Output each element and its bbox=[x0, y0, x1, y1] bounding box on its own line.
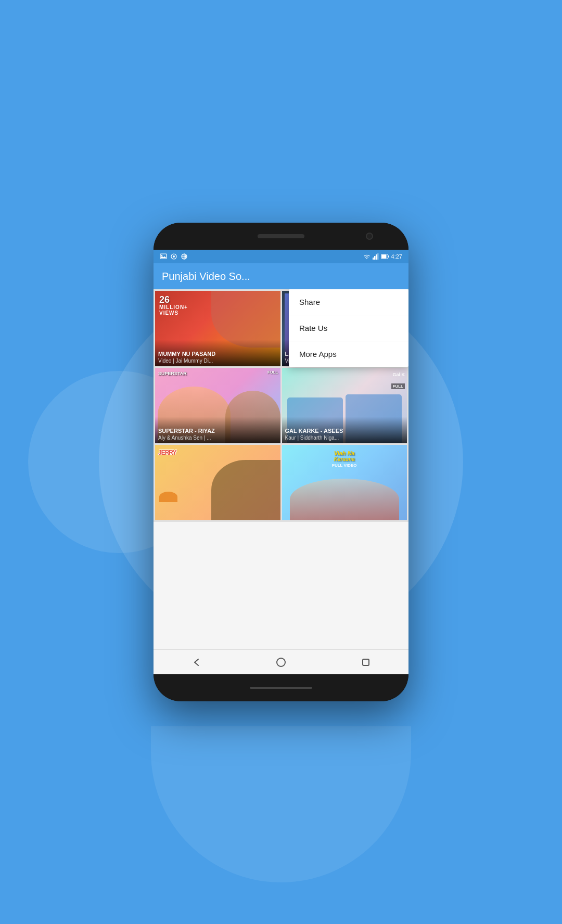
video-overlay-3: SUPERSTAR - Riyaz Aly & Anushka Sen | ..… bbox=[155, 417, 280, 443]
svg-rect-9 bbox=[374, 256, 376, 260]
svg-rect-13 bbox=[388, 255, 389, 258]
video-title-4: GAL KARKE - Asees bbox=[285, 427, 404, 434]
video-item-3[interactable]: SUPERSTAR FULL SUPERSTAR - Riyaz Aly & A… bbox=[155, 368, 280, 443]
video-overlay-4: GAL KARKE - Asees Kaur | Siddharth Niga.… bbox=[282, 417, 407, 443]
phone-top-bezel bbox=[154, 223, 408, 250]
image-icon bbox=[160, 253, 167, 260]
millions-badge: 26 bbox=[159, 295, 170, 304]
phone-camera bbox=[366, 233, 373, 240]
turban-5 bbox=[159, 492, 177, 502]
toolbar-title: Punjabi Video So... bbox=[162, 271, 250, 283]
persons-6 bbox=[290, 479, 400, 520]
circle-icon bbox=[170, 253, 177, 260]
status-icons-left bbox=[160, 253, 188, 260]
jerry-text: JERRY bbox=[158, 449, 176, 456]
home-icon bbox=[276, 657, 286, 668]
person-5 bbox=[211, 460, 280, 520]
video-item-1[interactable]: 26 MILLION+ VIEWS MUMMY NU PASAND Video … bbox=[155, 291, 280, 366]
nav-home-button[interactable] bbox=[271, 652, 291, 673]
back-icon bbox=[191, 657, 201, 668]
content-area: 26 MILLION+ VIEWS MUMMY NU PASAND Video … bbox=[154, 289, 408, 649]
superstar-label: SUPERSTAR bbox=[158, 371, 187, 376]
video-subtitle-3: Aly & Anushka Sen | ... bbox=[158, 434, 277, 441]
viah-text-container: Viah Na Karauna FULL VIDEO bbox=[286, 450, 403, 468]
video-title-3: SUPERSTAR - Riyaz bbox=[158, 427, 277, 434]
browser-icon bbox=[181, 253, 188, 260]
millions-sub: MILLION+ bbox=[159, 304, 188, 310]
signal-icon bbox=[373, 253, 379, 260]
video-item-5[interactable]: JERRY bbox=[155, 445, 280, 520]
svg-rect-14 bbox=[381, 255, 386, 259]
nav-recents-button[interactable] bbox=[355, 652, 376, 673]
video-item-4[interactable]: Gal K FULL GAL KARKE - Asees Kaur | Sidd… bbox=[282, 368, 407, 443]
svg-rect-10 bbox=[376, 254, 377, 260]
viah-title: Viah Na bbox=[286, 450, 403, 456]
recents-icon bbox=[361, 657, 371, 668]
menu-item-rate-us[interactable]: Rate Us bbox=[289, 315, 408, 341]
status-time: 4:27 bbox=[391, 253, 402, 260]
viah-title-2: Karauna bbox=[286, 456, 403, 462]
status-bar: 4:27 bbox=[154, 250, 408, 263]
menu-item-more-apps[interactable]: More Apps bbox=[289, 341, 408, 367]
nav-back-button[interactable] bbox=[186, 652, 207, 673]
phone-home-bar bbox=[250, 687, 312, 689]
video-subtitle-1: Video | Jai Mummy Di... bbox=[158, 357, 277, 364]
popup-menu: Share Rate Us More Apps bbox=[289, 289, 408, 367]
menu-item-share[interactable]: Share bbox=[289, 289, 408, 315]
phone-speaker bbox=[258, 234, 304, 238]
gal-k-badge: Gal K bbox=[392, 372, 405, 377]
video-overlay-1: MUMMY NU PASAND Video | Jai Mummy Di... bbox=[155, 340, 280, 366]
bottom-nav bbox=[154, 649, 408, 674]
views-sub: VIEWS bbox=[159, 310, 178, 316]
phone-screen: 4:27 Punjabi Video So... 26 MILLION+ VIE… bbox=[154, 250, 408, 674]
full-badge-3: FULL bbox=[267, 370, 278, 375]
video-subtitle-4: Kaur | Siddharth Niga... bbox=[285, 434, 404, 441]
svg-point-1 bbox=[161, 255, 162, 256]
svg-point-15 bbox=[277, 658, 285, 666]
svg-rect-16 bbox=[363, 659, 369, 665]
full-badge-4: FULL bbox=[391, 383, 405, 389]
video-item-6[interactable]: Viah Na Karauna FULL VIDEO bbox=[282, 445, 407, 520]
video-title-1: MUMMY NU PASAND bbox=[158, 350, 277, 357]
phone-bottom-bezel bbox=[154, 674, 408, 701]
toolbar: Punjabi Video So... bbox=[154, 263, 408, 289]
phone-shell: 4:27 Punjabi Video So... 26 MILLION+ VIE… bbox=[154, 223, 408, 701]
wifi-icon bbox=[363, 253, 371, 260]
svg-rect-11 bbox=[377, 253, 379, 260]
full-video-label: FULL VIDEO bbox=[286, 463, 403, 468]
status-icons-right: 4:27 bbox=[363, 253, 402, 260]
svg-point-3 bbox=[173, 255, 175, 258]
svg-rect-8 bbox=[373, 258, 374, 260]
battery-icon bbox=[381, 254, 389, 259]
bg-arc-bottom bbox=[151, 726, 411, 882]
